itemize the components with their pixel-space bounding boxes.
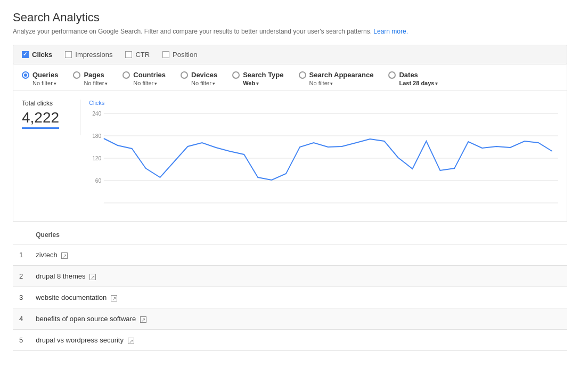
- queries-label: Queries: [32, 71, 58, 79]
- metric-impressions[interactable]: Impressions: [65, 51, 112, 59]
- table-row: 4 benefits of open source software ↗: [13, 308, 567, 330]
- dim-devices[interactable]: Devices No filter▾: [181, 71, 232, 86]
- svg-text:120: 120: [92, 155, 101, 161]
- search-appearance-radio[interactable]: [299, 71, 306, 79]
- dates-filter[interactable]: Last 28 days▾: [399, 80, 438, 86]
- query-link[interactable]: benefits of open source software: [36, 315, 136, 323]
- metrics-bar: Clicks Impressions CTR Position: [13, 45, 567, 64]
- svg-text:180: 180: [92, 133, 101, 139]
- total-clicks-value: 4,222: [22, 109, 59, 129]
- dimension-bar: Queries No filter▾ Pages No filter▾ Coun…: [13, 64, 567, 91]
- countries-radio[interactable]: [122, 71, 130, 79]
- external-link-icon: ↗: [89, 274, 96, 280]
- countries-filter[interactable]: No filter▾: [133, 80, 157, 86]
- queries-col-header: Queries: [29, 226, 567, 244]
- pages-label: Pages: [84, 71, 104, 79]
- dates-radio[interactable]: [388, 71, 396, 79]
- ctr-checkbox[interactable]: [125, 51, 132, 58]
- devices-label: Devices: [191, 71, 217, 79]
- countries-label: Countries: [133, 71, 166, 79]
- dim-queries[interactable]: Queries No filter▾: [22, 71, 73, 86]
- row-rank: 5: [13, 330, 29, 351]
- query-link[interactable]: drupal 8 themes: [36, 272, 85, 280]
- rank-col-header: [13, 226, 29, 244]
- total-clicks-label: Total clicks: [22, 100, 73, 107]
- dim-search-appearance[interactable]: Search Appearance No filter▾: [299, 71, 389, 86]
- position-label: Position: [173, 51, 197, 59]
- queries-radio[interactable]: [22, 71, 29, 79]
- search-type-filter[interactable]: Web▾: [243, 80, 259, 86]
- row-query[interactable]: drupal vs wordpress security ↗: [29, 330, 567, 351]
- query-link[interactable]: website documentation: [36, 293, 107, 301]
- row-query[interactable]: benefits of open source software ↗: [29, 308, 567, 330]
- ctr-label: CTR: [135, 51, 150, 59]
- search-appearance-filter[interactable]: No filter▾: [309, 80, 333, 86]
- external-link-icon: ↗: [111, 295, 117, 301]
- clicks-line: [104, 138, 552, 180]
- external-link-icon: ↗: [140, 316, 146, 323]
- external-link-icon: ↗: [61, 252, 68, 259]
- row-query[interactable]: website documentation ↗: [29, 287, 567, 308]
- metric-ctr[interactable]: CTR: [125, 51, 150, 59]
- query-link[interactable]: zivtech: [36, 251, 57, 259]
- queries-table: Queries 1 zivtech ↗ 2 drupal 8 themes ↗ …: [13, 226, 567, 351]
- impressions-label: Impressions: [75, 51, 112, 59]
- svg-text:60: 60: [95, 177, 101, 184]
- table-row: 5 drupal vs wordpress security ↗: [13, 330, 567, 351]
- dim-pages[interactable]: Pages No filter▾: [73, 71, 122, 86]
- impressions-checkbox[interactable]: [65, 51, 72, 58]
- row-rank: 2: [13, 266, 29, 287]
- row-query[interactable]: drupal 8 themes ↗: [29, 266, 567, 287]
- search-appearance-label: Search Appearance: [309, 71, 374, 79]
- chart-container: 240 180 120 60: [89, 108, 558, 215]
- row-rank: 3: [13, 287, 29, 308]
- pages-radio[interactable]: [73, 71, 80, 79]
- queries-filter[interactable]: No filter▾: [32, 80, 56, 86]
- table-row: 3 website documentation ↗: [13, 287, 567, 308]
- chart-area: Total clicks 4,222 Clicks 240 180 120 60: [13, 91, 567, 222]
- dim-dates[interactable]: Dates Last 28 days▾: [388, 71, 453, 86]
- line-chart: 240 180 120 60: [89, 108, 558, 209]
- dim-search-type[interactable]: Search Type Web▾: [232, 71, 298, 86]
- external-link-icon: ↗: [128, 338, 134, 344]
- row-rank: 1: [13, 244, 29, 266]
- learn-more-link[interactable]: Learn more.: [373, 28, 408, 35]
- devices-filter[interactable]: No filter▾: [191, 80, 215, 86]
- svg-text:240: 240: [92, 110, 101, 117]
- search-type-label: Search Type: [243, 71, 283, 79]
- dim-countries[interactable]: Countries No filter▾: [122, 71, 181, 86]
- metric-position[interactable]: Position: [162, 51, 197, 59]
- chart-y-label: Clicks: [89, 100, 558, 106]
- page-title: Search Analytics: [13, 11, 567, 24]
- clicks-label: Clicks: [32, 51, 52, 59]
- devices-radio[interactable]: [181, 71, 188, 79]
- query-link[interactable]: drupal vs wordpress security: [36, 336, 124, 344]
- clicks-checkbox[interactable]: [22, 51, 29, 58]
- search-type-radio[interactable]: [232, 71, 240, 79]
- pages-filter[interactable]: No filter▾: [84, 80, 108, 86]
- metric-clicks[interactable]: Clicks: [22, 51, 52, 59]
- table-row: 1 zivtech ↗: [13, 244, 567, 266]
- table-row: 2 drupal 8 themes ↗: [13, 266, 567, 287]
- dates-label: Dates: [399, 71, 418, 79]
- position-checkbox[interactable]: [162, 51, 169, 58]
- page-subtitle: Analyze your performance on Google Searc…: [13, 28, 567, 35]
- row-rank: 4: [13, 308, 29, 330]
- row-query[interactable]: zivtech ↗: [29, 244, 567, 266]
